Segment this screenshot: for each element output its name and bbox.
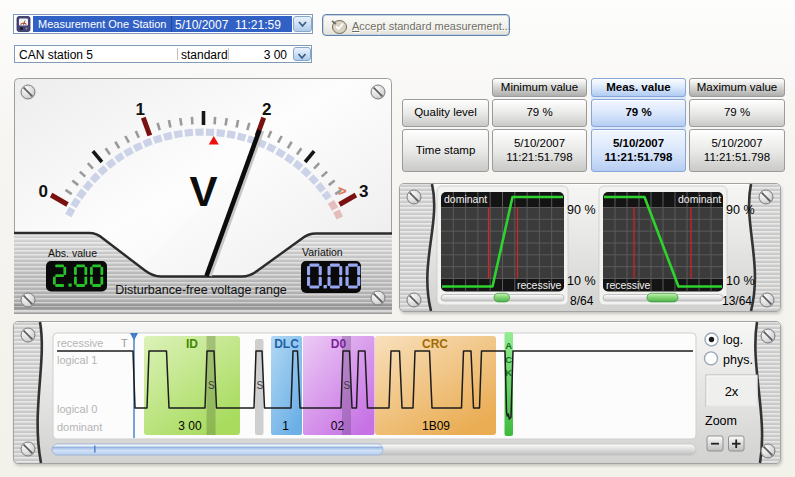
svg-text:10 %: 10 % (726, 274, 755, 288)
svg-text:3 00: 3 00 (178, 419, 202, 433)
svg-text:dominant: dominant (678, 193, 721, 205)
svg-text:Abs. value: Abs. value (48, 247, 97, 259)
svg-text:0: 0 (39, 182, 48, 201)
svg-text:Disturbance-free voltage range: Disturbance-free voltage range (115, 283, 287, 297)
svg-text:V: V (189, 168, 217, 215)
svg-text:logical 1: logical 1 (57, 354, 97, 366)
svg-text:C: C (505, 354, 512, 365)
svg-text:logical 0: logical 0 (57, 403, 97, 415)
svg-text:A: A (505, 340, 512, 351)
svg-text:8/64: 8/64 (570, 294, 594, 308)
svg-text:Variation: Variation (302, 246, 343, 258)
svg-text:recessive: recessive (517, 279, 562, 291)
svg-text:10 %: 10 % (567, 274, 596, 288)
svg-text:dominant: dominant (57, 421, 102, 433)
svg-text:DLC: DLC (274, 337, 299, 351)
svg-text:1: 1 (282, 419, 289, 433)
svg-text:S: S (257, 380, 264, 391)
svg-text:2: 2 (262, 100, 271, 119)
svg-text:Zoom: Zoom (705, 414, 737, 428)
svg-text:log.: log. (723, 333, 743, 347)
svg-text:T: T (121, 337, 128, 349)
svg-text:13/64: 13/64 (722, 294, 752, 308)
svg-text:02: 02 (331, 419, 345, 433)
svg-text:recessive: recessive (57, 337, 103, 349)
svg-text:S: S (344, 380, 351, 391)
svg-text:1B09: 1B09 (422, 419, 450, 433)
svg-text:ID: ID (186, 337, 198, 351)
svg-text:S: S (208, 380, 215, 391)
svg-text:recessive: recessive (606, 279, 651, 291)
svg-text:1: 1 (135, 100, 144, 119)
svg-text:dominant: dominant (444, 193, 487, 205)
svg-text:D0: D0 (331, 337, 347, 351)
svg-text:3: 3 (359, 182, 368, 201)
svg-text:90 %: 90 % (567, 203, 596, 217)
svg-text:2x: 2x (725, 384, 739, 399)
svg-text:CRC: CRC (422, 337, 448, 351)
svg-text:>: > (338, 182, 347, 199)
svg-text:90 %: 90 % (726, 203, 755, 217)
svg-text:phys.: phys. (723, 353, 753, 367)
